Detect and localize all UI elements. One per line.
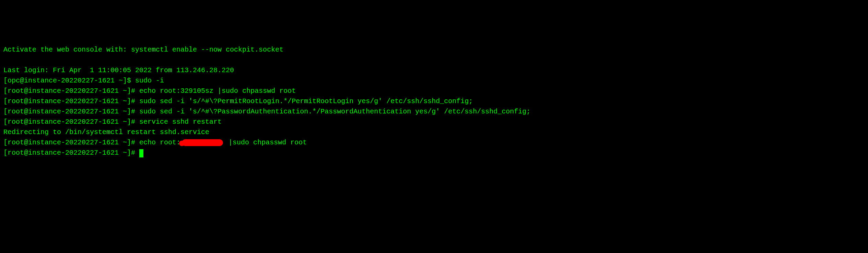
terminal-line-command: [opc@instance-20220227-1621 ~]$ sudo -i <box>3 76 865 86</box>
shell-command-after-redaction: |sudo chpasswd root <box>224 139 307 146</box>
terminal-line-output: Redirecting to /bin/systemctl restart ss… <box>3 127 865 138</box>
redacted-password <box>182 139 223 146</box>
shell-command: sudo -i <box>135 77 164 85</box>
shell-command-before-redaction: echo root: <box>139 139 180 146</box>
shell-command: echo root:329105sz |sudo chpasswd root <box>139 87 296 95</box>
terminal-line-command: [root@instance-20220227-1621 ~]# echo ro… <box>3 138 865 148</box>
terminal-line-command: [root@instance-20220227-1621 ~]# echo ro… <box>3 86 865 96</box>
terminal-line-current: [root@instance-20220227-1621 ~]# <box>3 148 865 158</box>
shell-prompt-root: [root@instance-20220227-1621 ~]# <box>3 108 139 116</box>
terminal-line-motd: Activate the web console with: systemctl… <box>3 45 865 55</box>
terminal-line-last-login: Last login: Fri Apr 1 11:00:05 2022 from… <box>3 65 865 76</box>
shell-prompt-user: [opc@instance-20220227-1621 ~]$ <box>3 77 135 85</box>
shell-command: sudo sed -i 's/^#\?PasswordAuthenticatio… <box>139 108 530 116</box>
shell-prompt-root: [root@instance-20220227-1621 ~]# <box>3 118 139 126</box>
shell-prompt-root: [root@instance-20220227-1621 ~]# <box>3 97 139 105</box>
shell-prompt-root: [root@instance-20220227-1621 ~]# <box>3 139 139 146</box>
shell-command: service sshd restart <box>139 118 222 126</box>
terminal-cursor <box>139 149 143 157</box>
shell-prompt-root: [root@instance-20220227-1621 ~]# <box>3 149 139 157</box>
terminal-line-command: [root@instance-20220227-1621 ~]# service… <box>3 117 865 127</box>
terminal-line-blank <box>3 55 865 65</box>
terminal-line-command: [root@instance-20220227-1621 ~]# sudo se… <box>3 96 865 107</box>
shell-prompt-root: [root@instance-20220227-1621 ~]# <box>3 87 139 95</box>
shell-command: sudo sed -i 's/^#\?PermitRootLogin.*/Per… <box>139 97 473 105</box>
terminal-line-command: [root@instance-20220227-1621 ~]# sudo se… <box>3 107 865 117</box>
terminal-output[interactable]: Activate the web console with: systemctl… <box>3 45 865 158</box>
